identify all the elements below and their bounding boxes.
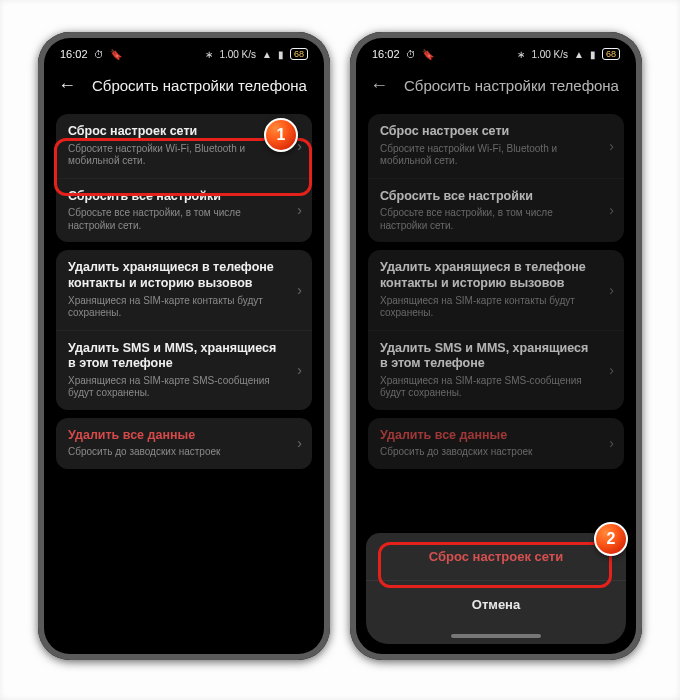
row-title: Сброс настроек сети — [380, 124, 592, 140]
phone-step-1: 16:02 ⏱ 🔖 ∗ 1.00 K/s ▲ ▮ 68 ← Сбросить н… — [38, 32, 330, 660]
alarm-icon: ⏱ — [406, 49, 416, 60]
chevron-right-icon: › — [609, 202, 614, 218]
back-icon[interactable]: ← — [368, 74, 390, 96]
battery-indicator: 68 — [290, 48, 308, 60]
page-title: Сбросить настройки телефона — [404, 77, 619, 94]
phone-step-2: 16:02 ⏱ 🔖 ∗ 1.00 K/s ▲ ▮ 68 ← Сбросить н… — [350, 32, 642, 660]
row-subtitle: Хранящиеся на SIM-карте SMS-сообщения бу… — [380, 375, 592, 400]
row-subtitle: Сбросить до заводских настроек — [380, 446, 592, 459]
chevron-right-icon: › — [297, 202, 302, 218]
battery-indicator: 68 — [602, 48, 620, 60]
back-icon[interactable]: ← — [56, 74, 78, 96]
bluetooth-icon: ∗ — [205, 49, 213, 60]
row-subtitle: Сбросить до заводских настроек — [68, 446, 280, 459]
row-subtitle: Хранящиеся на SIM-карте контакты будут с… — [380, 295, 592, 320]
row-delete-sms[interactable]: Удалить SMS и MMS, хранящиеся в этом тел… — [368, 330, 624, 410]
group-delete: Удалить хранящиеся в телефоне контакты и… — [368, 250, 624, 410]
row-delete-contacts[interactable]: Удалить хранящиеся в телефоне контакты и… — [56, 250, 312, 329]
group-erase: Удалить все данные Сбросить до заводских… — [368, 418, 624, 469]
status-bar: 16:02 ⏱ 🔖 ∗ 1.00 K/s ▲ ▮ 68 — [46, 40, 322, 68]
row-subtitle: Хранящиеся на SIM-карте контакты будут с… — [68, 295, 280, 320]
net-speed: 1.00 K/s — [531, 49, 568, 60]
page-title: Сбросить настройки телефона — [92, 77, 307, 94]
chevron-right-icon: › — [297, 362, 302, 378]
status-time: 16:02 — [372, 48, 400, 60]
chevron-right-icon: › — [609, 435, 614, 451]
group-reset: Сброс настроек сети Сбросите настройки W… — [56, 114, 312, 242]
row-title: Сбросить все настройки — [380, 189, 592, 205]
row-subtitle: Сбросите настройки Wi-Fi, Bluetooth и мо… — [380, 143, 592, 168]
chevron-right-icon: › — [297, 435, 302, 451]
row-reset-network[interactable]: Сброс настроек сети Сбросите настройки W… — [368, 114, 624, 178]
net-speed: 1.00 K/s — [219, 49, 256, 60]
page-header: ← Сбросить настройки телефона — [358, 68, 634, 106]
row-delete-sms[interactable]: Удалить SMS и MMS, хранящиеся в этом тел… — [56, 330, 312, 410]
row-title: Удалить все данные — [380, 428, 592, 444]
row-delete-contacts[interactable]: Удалить хранящиеся в телефоне контакты и… — [368, 250, 624, 329]
row-title: Удалить SMS и MMS, хранящиеся в этом тел… — [380, 341, 592, 372]
tag-icon: 🔖 — [110, 49, 122, 60]
row-erase-all[interactable]: Удалить все данные Сбросить до заводских… — [56, 418, 312, 469]
row-subtitle: Хранящиеся на SIM-карте SMS-сообщения бу… — [68, 375, 280, 400]
confirm-sheet: Сброс настроек сети Отмена — [366, 533, 626, 644]
row-title: Удалить SMS и MMS, хранящиеся в этом тел… — [68, 341, 280, 372]
row-reset-all-settings[interactable]: Сбросить все настройки Сбросьте все наст… — [56, 178, 312, 243]
row-reset-all-settings[interactable]: Сбросить все настройки Сбросьте все наст… — [368, 178, 624, 243]
chevron-right-icon: › — [609, 138, 614, 154]
row-erase-all[interactable]: Удалить все данные Сбросить до заводских… — [368, 418, 624, 469]
group-reset: Сброс настроек сети Сбросите настройки W… — [368, 114, 624, 242]
signal-icon: ▮ — [278, 49, 284, 60]
row-title: Сбросить все настройки — [68, 189, 280, 205]
row-title: Сброс настроек сети — [68, 124, 280, 140]
signal-icon: ▮ — [590, 49, 596, 60]
page-header: ← Сбросить настройки телефона — [46, 68, 322, 106]
row-subtitle: Сбросите настройки Wi-Fi, Bluetooth и мо… — [68, 143, 280, 168]
row-title: Удалить все данные — [68, 428, 280, 444]
wifi-icon: ▲ — [574, 49, 584, 60]
tag-icon: 🔖 — [422, 49, 434, 60]
home-indicator — [451, 634, 541, 638]
sheet-cancel-button[interactable]: Отмена — [366, 580, 626, 628]
wifi-icon: ▲ — [262, 49, 272, 60]
alarm-icon: ⏱ — [94, 49, 104, 60]
chevron-right-icon: › — [297, 138, 302, 154]
row-title: Удалить хранящиеся в телефоне контакты и… — [380, 260, 592, 291]
status-bar: 16:02 ⏱ 🔖 ∗ 1.00 K/s ▲ ▮ 68 — [358, 40, 634, 68]
row-reset-network[interactable]: Сброс настроек сети Сбросите настройки W… — [56, 114, 312, 178]
row-subtitle: Сбросьте все настройки, в том числе наст… — [380, 207, 592, 232]
group-delete: Удалить хранящиеся в телефоне контакты и… — [56, 250, 312, 410]
sheet-confirm-button[interactable]: Сброс настроек сети — [366, 533, 626, 580]
chevron-right-icon: › — [609, 362, 614, 378]
status-time: 16:02 — [60, 48, 88, 60]
chevron-right-icon: › — [297, 282, 302, 298]
bluetooth-icon: ∗ — [517, 49, 525, 60]
row-title: Удалить хранящиеся в телефоне контакты и… — [68, 260, 280, 291]
chevron-right-icon: › — [609, 282, 614, 298]
row-subtitle: Сбросьте все настройки, в том числе наст… — [68, 207, 280, 232]
group-erase: Удалить все данные Сбросить до заводских… — [56, 418, 312, 469]
